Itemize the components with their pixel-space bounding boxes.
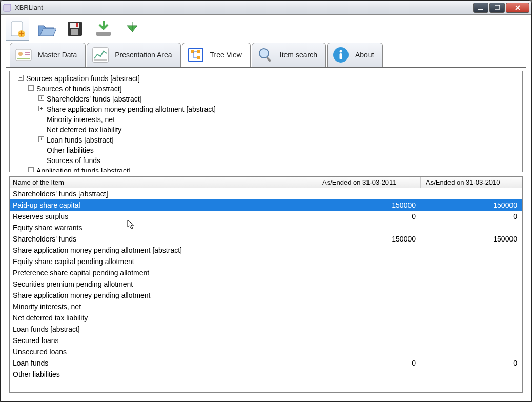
search-icon: [256, 46, 275, 64]
save-button[interactable]: [63, 17, 87, 41]
tree-node[interactable]: +Shareholders' funds [abstract]: [47, 94, 522, 104]
tree-label: Minority interests, net: [47, 115, 115, 124]
window-title: XBRLiant: [15, 4, 473, 11]
col-header-name[interactable]: Name of the Item: [10, 177, 319, 188]
tree-node[interactable]: Minority interests, net: [47, 114, 522, 125]
item-name-cell: Equity share capital pending allotment: [10, 257, 319, 266]
maximize-button[interactable]: [489, 3, 505, 13]
open-folder-button[interactable]: [34, 17, 58, 41]
tree-node[interactable]: Sources of funds: [47, 155, 522, 166]
table-row[interactable]: Secured loans: [10, 335, 522, 346]
table-row[interactable]: Loan funds [abstract]: [10, 324, 522, 335]
tree-node[interactable]: +Application of funds [abstract]: [36, 166, 522, 172]
tree-node[interactable]: −Sources application funds [abstract] −S…: [26, 73, 522, 172]
titlebar[interactable]: XBRLiant: [1, 1, 531, 15]
svg-rect-25: [339, 53, 342, 59]
table-row[interactable]: Shareholders' funds150000150000: [10, 233, 522, 245]
table-row[interactable]: Preference share capital pending allotme…: [10, 267, 522, 278]
table-row[interactable]: Equity share warrants: [10, 222, 522, 233]
item-name-cell: Loan funds [abstract]: [10, 325, 319, 333]
expand-icon[interactable]: +: [38, 106, 44, 111]
value-2010-cell: 0: [421, 212, 522, 220]
svg-rect-13: [25, 54, 30, 55]
table-row[interactable]: Shareholders' funds [abstract]: [10, 188, 522, 199]
tree-node[interactable]: +Share application money pending allotme…: [47, 104, 522, 114]
table-row[interactable]: Unsecured loans: [10, 346, 522, 357]
table-row[interactable]: Minority interests, net: [10, 301, 522, 312]
tree-label: Share application money pending allotmen…: [47, 105, 216, 113]
tab-label: Tree View: [210, 51, 242, 59]
tree-label: Other liabilities: [47, 146, 94, 154]
tab-tree-view[interactable]: Tree View: [182, 43, 251, 67]
toolbar: [1, 15, 531, 43]
collapse-icon[interactable]: −: [18, 75, 24, 81]
item-name-cell: Net deferred tax liability: [10, 314, 319, 322]
content-area: −Sources application funds [abstract] −S…: [6, 67, 526, 396]
item-name-cell: Secured loans: [10, 336, 319, 345]
value-2010-cell: 150000: [421, 201, 522, 209]
item-name-cell: Shareholders' funds: [10, 235, 319, 243]
tab-presentation-area[interactable]: Presentation Area: [87, 43, 180, 67]
tab-about[interactable]: About: [327, 43, 383, 67]
tree-label: Sources of funds [abstract]: [36, 85, 122, 93]
id-card-icon: [14, 46, 33, 64]
tree-node[interactable]: Other liabilities: [47, 145, 522, 155]
svg-rect-12: [25, 52, 30, 53]
svg-rect-8: [76, 23, 78, 27]
tree-node[interactable]: +Loan funds [abstract]: [47, 135, 522, 145]
tab-master-data[interactable]: Master Data: [10, 43, 86, 67]
tree-label: Sources application funds [abstract]: [26, 74, 140, 83]
item-name-cell: Paid-up share capital: [10, 201, 319, 209]
table-row[interactable]: Paid-up share capital150000150000: [10, 199, 522, 211]
col-header-2011[interactable]: As/Ended on 31-03-2011: [319, 177, 421, 188]
table-row[interactable]: Share application money pending allotmen…: [10, 245, 522, 256]
item-name-cell: Securities premium pending allotment: [10, 280, 319, 288]
table-row[interactable]: Loan funds00: [10, 357, 522, 369]
tab-label: Presentation Area: [115, 51, 172, 59]
window-controls: [473, 3, 529, 13]
svg-rect-14: [17, 58, 30, 59]
svg-rect-19: [197, 50, 200, 53]
tree-node[interactable]: Net deferred tax liability: [47, 125, 522, 135]
svg-rect-22: [266, 57, 271, 62]
table-row[interactable]: Reserves surplus00: [10, 211, 522, 222]
tab-label: Master Data: [38, 51, 77, 59]
new-document-button[interactable]: [6, 17, 29, 41]
tree-label: Application of funds [abstract]: [36, 167, 131, 172]
table-row[interactable]: Net deferred tax liability: [10, 312, 522, 324]
collapse-icon[interactable]: −: [28, 85, 34, 91]
tree-node[interactable]: −Sources of funds [abstract] +Shareholde…: [36, 84, 522, 166]
table-row[interactable]: Equity share capital pending allotment: [10, 256, 522, 267]
cursor-icon: [127, 219, 135, 230]
tab-label: Item search: [280, 51, 317, 59]
tree-icon: [187, 46, 205, 64]
item-name-cell: Loan funds: [10, 359, 319, 367]
info-icon: [332, 46, 350, 64]
col-header-2010[interactable]: As/Ended on 31-03-2010: [421, 177, 522, 188]
item-name-cell: Equity share warrants: [10, 224, 319, 232]
item-name-cell: Reserves surplus: [10, 212, 319, 220]
tree-label: Loan funds [abstract]: [47, 136, 114, 144]
expand-icon[interactable]: +: [38, 95, 44, 101]
export-button[interactable]: [92, 17, 115, 41]
table-row[interactable]: Share application money pending allotmen…: [10, 290, 522, 301]
expand-icon[interactable]: +: [28, 167, 34, 172]
table-row[interactable]: Other liabilities: [10, 369, 522, 380]
svg-rect-1: [478, 9, 483, 10]
expand-icon[interactable]: +: [38, 136, 44, 142]
svg-point-11: [18, 52, 23, 56]
value-2011-cell: 150000: [319, 235, 421, 243]
tab-item-search[interactable]: Item search: [252, 43, 326, 67]
svg-rect-2: [495, 5, 500, 9]
tab-label: About: [355, 51, 374, 59]
svg-rect-18: [191, 50, 194, 53]
svg-rect-17: [189, 48, 203, 62]
item-name-cell: Unsecured loans: [10, 348, 319, 356]
close-button[interactable]: [506, 3, 529, 13]
tree-panel[interactable]: −Sources application funds [abstract] −S…: [9, 71, 523, 172]
svg-point-24: [339, 50, 342, 53]
table-row[interactable]: Securities premium pending allotment: [10, 278, 522, 290]
minimize-button[interactable]: [473, 3, 488, 13]
download-arrow-button[interactable]: [120, 17, 144, 41]
table-panel[interactable]: Name of the Item As/Ended on 31-03-2011 …: [9, 176, 523, 393]
